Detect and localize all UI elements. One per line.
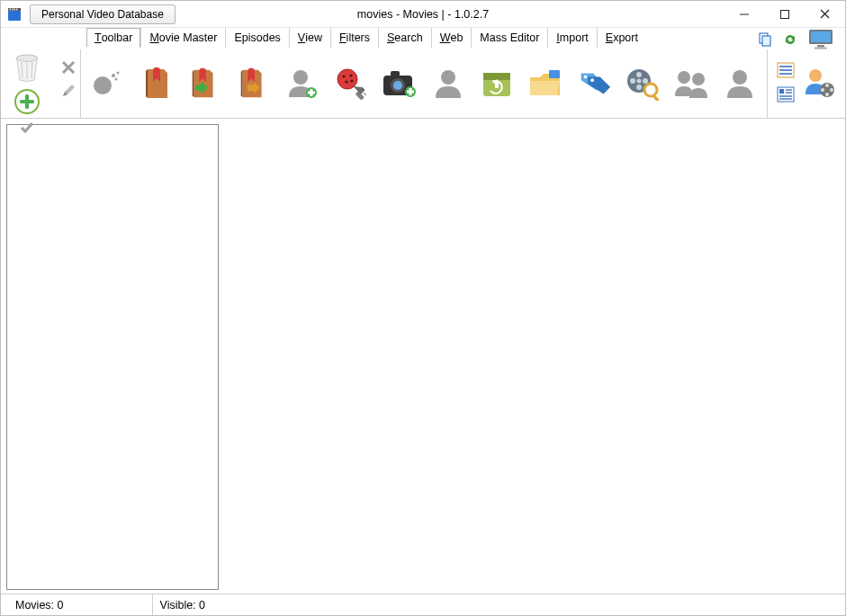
recycle-box-icon[interactable]	[479, 66, 515, 102]
app-menu-button-label: Personal Video Database	[41, 8, 164, 21]
menu-filters[interactable]: Filters	[330, 28, 378, 48]
svg-point-71	[809, 69, 822, 82]
svg-point-76	[825, 93, 829, 96]
svg-rect-3	[12, 8, 14, 10]
svg-point-40	[393, 81, 402, 90]
svg-point-74	[821, 88, 824, 92]
svg-rect-29	[308, 92, 315, 94]
svg-point-53	[643, 78, 648, 84]
status-movies: Movies: 0	[8, 594, 71, 615]
status-visible: Visible: 0	[152, 594, 213, 615]
svg-rect-14	[817, 45, 824, 48]
user-film-icon[interactable]	[802, 66, 836, 103]
svg-rect-21	[20, 100, 34, 103]
menu-movie-master[interactable]: Movie Master	[140, 28, 225, 48]
toolbar-right	[767, 49, 845, 118]
svg-point-34	[345, 80, 347, 83]
menubar-quick-icons	[757, 28, 845, 54]
menu-mass-editor[interactable]: Mass Editor	[471, 28, 547, 48]
svg-point-25	[115, 78, 118, 81]
svg-rect-66	[779, 89, 784, 94]
people-group-icon[interactable]	[673, 66, 709, 102]
copy-icon[interactable]	[757, 31, 773, 50]
svg-point-58	[678, 71, 690, 84]
svg-rect-38	[391, 71, 400, 76]
status-movies-value: 0	[58, 599, 64, 612]
svg-point-60	[733, 70, 747, 85]
svg-rect-7	[780, 10, 788, 18]
svg-rect-5	[16, 8, 18, 10]
svg-rect-46	[483, 73, 510, 80]
refresh-icon[interactable]	[782, 31, 798, 50]
recycle-bin-icon[interactable]	[7, 51, 47, 84]
list-detail-icon[interactable]	[777, 86, 795, 105]
svg-point-26	[293, 70, 308, 85]
titlebar: Personal Video Database movies - Movies …	[1, 1, 845, 28]
detail-panel	[224, 124, 840, 590]
svg-rect-13	[811, 31, 831, 42]
svg-point-24	[117, 72, 120, 75]
tags-icon[interactable]	[576, 66, 612, 102]
svg-point-59	[692, 73, 705, 85]
camera-plus-icon[interactable]	[382, 66, 418, 102]
toolbar-row	[1, 49, 845, 119]
menu-web[interactable]: Web	[431, 28, 472, 48]
add-icon[interactable]	[11, 85, 43, 118]
movie-list-panel[interactable]	[6, 124, 219, 590]
book-right-icon[interactable]	[236, 66, 272, 102]
menu-view[interactable]: View	[289, 28, 330, 48]
app-window: Personal Video Database movies - Movies …	[0, 0, 846, 616]
svg-point-75	[830, 88, 833, 92]
person-plus-icon[interactable]	[284, 66, 320, 102]
book-down-icon[interactable]	[187, 66, 223, 102]
toolbar-main	[81, 49, 767, 118]
menu-episodes[interactable]: Episodes	[225, 28, 288, 48]
statusbar: Movies: 0 Visible: 0	[1, 594, 845, 615]
app-menu-button[interactable]: Personal Video Database	[30, 4, 176, 24]
delete-x-icon[interactable]	[59, 58, 77, 76]
svg-point-35	[350, 79, 353, 82]
menu-toolbar[interactable]: Toolbar	[86, 28, 140, 48]
svg-rect-11	[762, 36, 770, 46]
svg-point-54	[636, 85, 642, 90]
film-search-icon[interactable]	[625, 66, 661, 102]
status-visible-label: Visible:	[160, 599, 196, 612]
close-button[interactable]	[805, 1, 845, 27]
status-movies-label: Movies:	[15, 599, 54, 612]
svg-point-48	[584, 75, 588, 78]
list-icon[interactable]	[777, 62, 795, 81]
menubar: ToolbarMovie MasterEpisodesViewFiltersSe…	[1, 28, 845, 49]
status-visible-value: 0	[199, 599, 205, 612]
app-icon	[6, 6, 22, 22]
svg-rect-43	[407, 91, 414, 94]
maximize-button[interactable]	[764, 1, 805, 27]
svg-point-23	[112, 74, 115, 77]
book-icon[interactable]	[139, 66, 175, 102]
svg-rect-0	[8, 11, 21, 21]
svg-point-56	[644, 84, 657, 96]
content-area	[1, 119, 845, 594]
svg-point-55	[637, 79, 642, 84]
confirm-check-icon[interactable]	[18, 119, 36, 137]
svg-rect-47	[549, 70, 560, 78]
svg-point-44	[441, 70, 455, 85]
monitor-icon[interactable]	[807, 28, 836, 54]
toolbar-left	[1, 49, 81, 118]
svg-rect-4	[14, 8, 16, 10]
svg-rect-2	[10, 8, 12, 10]
person-silhouette-icon[interactable]	[722, 66, 758, 102]
menu-import[interactable]: Import	[547, 28, 596, 48]
spray-icon[interactable]	[90, 66, 126, 102]
svg-point-73	[825, 84, 829, 87]
bug-plug-icon[interactable]	[333, 66, 369, 102]
minimize-button[interactable]	[724, 1, 764, 27]
menu-search[interactable]: Search	[378, 28, 431, 48]
folder-tab-icon[interactable]	[527, 66, 563, 102]
svg-point-51	[636, 72, 642, 77]
svg-point-49	[590, 78, 594, 82]
edit-pencil-icon[interactable]	[50, 98, 86, 134]
person-icon[interactable]	[430, 66, 466, 102]
svg-point-22	[94, 76, 112, 94]
menu-export[interactable]: Export	[597, 28, 646, 48]
svg-point-52	[630, 78, 635, 84]
